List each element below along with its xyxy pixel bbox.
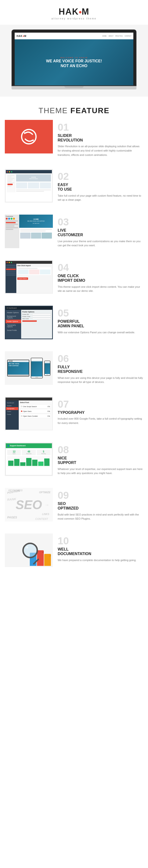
nav-home: HOME	[102, 35, 106, 37]
topbar-dot	[9, 262, 10, 263]
feat2-main: HAKIMPRACTICE AREAS	[16, 174, 51, 192]
section-heading: THEME FEATURE	[0, 97, 148, 120]
seo-arrow: →	[45, 502, 49, 507]
seo-word-links: LINKS	[42, 513, 49, 516]
option-input[interactable]	[32, 318, 51, 319]
stat-number: 48	[23, 450, 35, 453]
chart-bar	[44, 459, 49, 466]
option-row: Footer Color	[22, 316, 51, 317]
feature-item-1: 01 SLIDER REVOLUTION Slider Revolution i…	[5, 120, 143, 157]
desktop-screen: HAKIM WE ARE VOICEFOR JUSTICE!	[8, 360, 29, 375]
font-name: One Script Search	[23, 406, 37, 407]
hero-text-block: WELCOME TO HAKIM WE ARE VOICE FOR JUSTIC…	[46, 57, 102, 68]
feat5-sidebar: Header Options Background Options Footer…	[5, 310, 21, 339]
sidebar-item-active	[6, 269, 16, 270]
magnifier-glass	[22, 542, 38, 558]
sidebar-row	[7, 182, 14, 183]
feat2-sidebar	[7, 174, 15, 192]
feature-9-content: 09 SEO OPTIMIZED Build with best SEO pra…	[58, 488, 143, 521]
option-row: Text Color	[22, 318, 51, 319]
feature-item-10: 10 WELL DOCUMENTATION We have prepared a…	[5, 533, 143, 567]
topbar-dot	[6, 262, 8, 263]
desktop-content: WE ARE VOICEFOR JUSTICE!	[8, 362, 29, 368]
topbar-dot-yellow	[9, 171, 10, 173]
feature-4-thumbnail: One Click Import Import Demo	[5, 260, 53, 294]
options-title: Footer Options	[22, 311, 51, 313]
preview-img	[42, 232, 52, 239]
option-label: Footer Color	[22, 316, 31, 317]
feature-1-thumbnail	[5, 120, 53, 153]
feat5-topbar: ☰ Dashboard	[5, 306, 52, 310]
sidebar-row	[7, 175, 14, 176]
stat-label: Open	[8, 453, 20, 454]
feature-item-4: One Click Import Import Demo	[5, 260, 143, 294]
tablet-bottom	[31, 376, 43, 378]
feature-1-desc: Slider Revolution is an all-purpose slid…	[58, 144, 143, 157]
feat3-hero-text: HAKM WE ARE VOICE FOR JUSTICE! NOT AN EC…	[27, 218, 45, 224]
option-label: Footer BG	[22, 314, 31, 315]
feature-2-number: 02	[58, 172, 143, 182]
font-radio-selected	[21, 410, 22, 412]
feat4-body: One Click Import Import Demo	[5, 264, 52, 293]
topbar-dot-red	[7, 171, 8, 173]
sidebar-row	[7, 186, 11, 187]
seo-words-container: POSITION KEYWORDS OPTIMIZE RANK LINKS PA…	[7, 489, 50, 520]
logo-subtitle: attorney wordpress theme	[5, 17, 143, 20]
panel-row	[6, 220, 18, 222]
feature-5-content: 05 POWERFUL ADMIN PANEL With our extensi…	[58, 306, 143, 335]
doc-orange	[44, 554, 51, 566]
panel-row-active	[6, 222, 16, 223]
feature-8-thumbnail: 👤 Support Dashboard 12 Open 48 Resolved	[5, 442, 53, 476]
feat2-text-rows	[16, 189, 51, 192]
chart-bar	[32, 460, 38, 466]
hero-tagline: WELCOME TO HAKIM	[46, 57, 102, 59]
feat2-cards	[16, 183, 51, 188]
chart-bar	[26, 458, 31, 466]
feature-8-desc: Whatever your level of expertise, our ex…	[58, 467, 143, 475]
option-input[interactable]	[32, 316, 51, 317]
feature-2-content: 02 EASY TO USE Take full control of your…	[58, 169, 143, 202]
topbar-text: ☰ Dashboard	[6, 307, 17, 309]
seo-center-text: SEO	[16, 498, 42, 512]
feature-item-5: ☰ Dashboard Header Options Background Op…	[5, 306, 143, 339]
feat3-preview: HAKM WE ARE VOICE FOR JUSTICE! NOT AN EC…	[19, 215, 53, 248]
feature-6-number: 06	[58, 354, 143, 364]
hero-mockup-section: HAKM HOME ABOUT PRACTICE CONTACT WELCOME…	[0, 25, 148, 97]
option-input[interactable]	[32, 314, 51, 315]
seo-word-keywords: KEYWORDS	[8, 489, 23, 492]
menu-item-background: Background Options	[5, 314, 21, 320]
feature-6-title: FULLY RESPONSIVE	[58, 365, 143, 374]
card-title	[18, 268, 38, 269]
feature-7-title: TYPOGRAPHY	[58, 410, 143, 415]
typography-title: Select Font	[20, 402, 51, 403]
feature-4-desc: This theme support one click import demo…	[58, 285, 143, 293]
magnifier	[22, 542, 38, 558]
sidebar-item	[6, 274, 16, 276]
device-desktop: HAKIM WE ARE VOICEFOR JUSTICE!	[7, 360, 29, 376]
menu-item-typography: Typography Options	[5, 323, 21, 329]
sidebar-row	[7, 177, 11, 178]
feat2-card	[28, 183, 39, 188]
phone-screen	[45, 362, 50, 374]
feat3-inner: Customize	[5, 215, 53, 248]
color-orange	[13, 218, 15, 220]
color-red	[6, 218, 8, 220]
sidebar-item-active: Typography	[6, 407, 18, 410]
save-button[interactable]	[22, 320, 37, 322]
laptop-screen-outer: HAKM HOME ABOUT PRACTICE CONTACT WELCOME…	[11, 30, 137, 86]
feature-8-title: NICE SUPPORT	[58, 456, 143, 465]
feature-1-content: 01 SLIDER REVOLUTION Slider Revolution i…	[58, 120, 143, 157]
chart-bar	[38, 462, 44, 466]
card-row	[40, 270, 50, 274]
desktop-heading: WE ARE VOICEFOR JUSTICE!	[9, 363, 28, 367]
feat5-inner: ☰ Dashboard Header Options Background Op…	[5, 306, 52, 339]
import-button[interactable]: Import Demo	[17, 277, 28, 280]
font-name: Open Sans Condier	[23, 415, 38, 417]
mockup-site-header: HAKM HOME ABOUT PRACTICE CONTACT	[15, 33, 133, 39]
text-row	[16, 189, 51, 190]
feature-5-desc: With our extensive Options Panel you can…	[58, 331, 143, 335]
topbar-dot-green	[11, 171, 12, 173]
feature-2-title: EASY TO USE	[58, 183, 143, 192]
feature-item-2: HAKIMPRACTICE AREAS	[5, 169, 143, 203]
device-tablet	[31, 358, 43, 378]
